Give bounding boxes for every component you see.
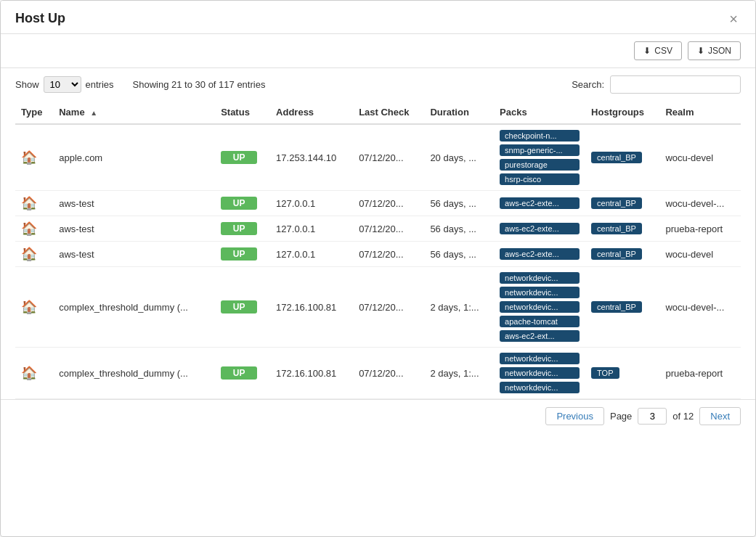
status-badge: UP <box>221 197 257 210</box>
cell-duration: 2 days, 1:... <box>424 348 494 399</box>
cell-name: aws-test <box>53 216 215 242</box>
cell-hostgroups: TOP <box>585 348 659 399</box>
col-last-check-label: Last Check <box>359 107 409 118</box>
host-icon: 🏠 <box>21 150 37 165</box>
status-badge: UP <box>221 247 257 261</box>
cell-last-check: 07/12/20... <box>353 216 424 242</box>
host-icon: 🏠 <box>21 247 37 261</box>
cell-status: UP <box>215 191 270 216</box>
col-packs: Packs <box>494 101 585 124</box>
hostgroup-badge: central_BP <box>591 223 642 234</box>
cell-name: complex_threshold_dummy (... <box>53 348 215 399</box>
host-icon: 🏠 <box>21 196 37 210</box>
table-info: Showing 21 to 30 of 117 entries <box>133 79 266 90</box>
col-realm: Realm <box>659 101 741 124</box>
cell-packs: aws-ec2-exte... <box>494 242 585 267</box>
search-label: Search: <box>572 79 604 90</box>
cell-name: aws-test <box>53 242 215 267</box>
pack-tag: networkdevic... <box>500 382 580 393</box>
table-row: 🏠complex_threshold_dummy (...UP172.16.10… <box>15 348 741 399</box>
cell-packs: aws-ec2-exte... <box>494 191 585 216</box>
next-button[interactable]: Next <box>699 407 741 425</box>
previous-button[interactable]: Previous <box>545 407 604 425</box>
cell-address: 172.16.100.81 <box>270 267 353 348</box>
cell-duration: 2 days, 1:... <box>424 267 494 348</box>
show-entries: Show 10 25 50 100 entries Showing 21 to … <box>15 76 265 93</box>
cell-duration: 56 days, ... <box>424 242 494 267</box>
cell-packs: networkdevic...networkdevic...networkdev… <box>494 348 585 399</box>
col-hostgroups: Hostgroups <box>585 101 659 124</box>
cell-last-check: 07/12/20... <box>353 348 424 399</box>
modal-container: Host Up × ⬇ CSV ⬇ JSON Show 10 25 50 100… <box>0 0 756 537</box>
hostgroup-badge: central_BP <box>591 197 642 209</box>
table-row: 🏠apple.comUP17.253.144.1007/12/20...20 d… <box>15 124 741 191</box>
col-type: Type <box>15 101 53 124</box>
pack-tag: networkdevic... <box>500 287 580 298</box>
pagination-bar: Previous Page of 12 Next <box>1 399 755 433</box>
cell-last-check: 07/12/20... <box>353 242 424 267</box>
cell-realm: wocu-devel <box>659 242 741 267</box>
page-label: Page <box>610 411 632 422</box>
cell-type: 🏠 <box>15 267 53 348</box>
table-row: 🏠aws-testUP127.0.0.107/12/20...56 days, … <box>15 216 741 242</box>
cell-type: 🏠 <box>15 216 53 242</box>
status-badge: UP <box>221 222 257 235</box>
col-status-label: Status <box>221 107 250 118</box>
cell-address: 127.0.0.1 <box>270 216 353 242</box>
cell-hostgroups: central_BP <box>585 242 659 267</box>
col-hostgroups-label: Hostgroups <box>591 107 644 118</box>
cell-realm: prueba-report <box>659 348 741 399</box>
json-label: JSON <box>708 46 731 56</box>
pack-tag: networkdevic... <box>500 272 580 284</box>
cell-address: 172.16.100.81 <box>270 348 353 399</box>
cell-address: 127.0.0.1 <box>270 242 353 267</box>
cell-duration: 20 days, ... <box>424 124 494 191</box>
cell-last-check: 07/12/20... <box>353 191 424 216</box>
cell-status: UP <box>215 124 270 191</box>
search-input[interactable] <box>610 75 741 94</box>
pack-tag: snmp-generic-... <box>500 144 580 156</box>
close-button[interactable]: × <box>726 12 741 26</box>
cell-status: UP <box>215 348 270 399</box>
cell-name: apple.com <box>53 124 215 191</box>
table-controls: Show 10 25 50 100 entries Showing 21 to … <box>1 68 755 101</box>
csv-label: CSV <box>654 46 672 56</box>
pack-tag: hsrp-cisco <box>500 173 580 185</box>
status-badge: UP <box>221 300 257 313</box>
json-export-button[interactable]: ⬇ JSON <box>688 41 741 60</box>
download-csv-icon: ⬇ <box>643 46 651 56</box>
table-row: 🏠aws-testUP127.0.0.107/12/20...56 days, … <box>15 242 741 267</box>
cell-last-check: 07/12/20... <box>353 267 424 348</box>
hostgroup-badge: central_BP <box>591 301 642 313</box>
pack-tag: networkdevic... <box>500 301 580 313</box>
cell-type: 🏠 <box>15 348 53 399</box>
cell-hostgroups: central_BP <box>585 191 659 216</box>
col-duration: Duration <box>424 101 494 124</box>
host-icon: 🏠 <box>21 366 37 380</box>
page-input[interactable] <box>638 408 667 425</box>
hosts-table: Type Name ▲ Status Address Last Check <box>15 101 741 399</box>
cell-duration: 56 days, ... <box>424 191 494 216</box>
hostgroup-badge: TOP <box>591 367 619 379</box>
col-realm-label: Realm <box>665 107 694 118</box>
cell-type: 🏠 <box>15 242 53 267</box>
cell-hostgroups: central_BP <box>585 216 659 242</box>
col-duration-label: Duration <box>430 107 468 118</box>
cell-hostgroups: central_BP <box>585 124 659 191</box>
pack-tag: aws-ec2-ext... <box>500 330 580 342</box>
col-name[interactable]: Name ▲ <box>53 101 215 124</box>
per-page-select[interactable]: 10 25 50 100 <box>44 76 81 93</box>
cell-realm: wocu-devel-... <box>659 267 741 348</box>
table-row: 🏠aws-testUP127.0.0.107/12/20...56 days, … <box>15 191 741 216</box>
pack-tag: aws-ec2-exte... <box>500 197 580 209</box>
sort-arrow-icon: ▲ <box>90 109 97 117</box>
csv-export-button[interactable]: ⬇ CSV <box>634 41 682 60</box>
cell-type: 🏠 <box>15 124 53 191</box>
col-status: Status <box>215 101 270 124</box>
pack-tag: purestorage <box>500 159 580 171</box>
table-header-row: Type Name ▲ Status Address Last Check <box>15 101 741 124</box>
hostgroup-badge: central_BP <box>591 248 642 260</box>
host-icon: 🏠 <box>21 300 37 314</box>
col-name-label: Name <box>59 107 84 118</box>
cell-type: 🏠 <box>15 191 53 216</box>
